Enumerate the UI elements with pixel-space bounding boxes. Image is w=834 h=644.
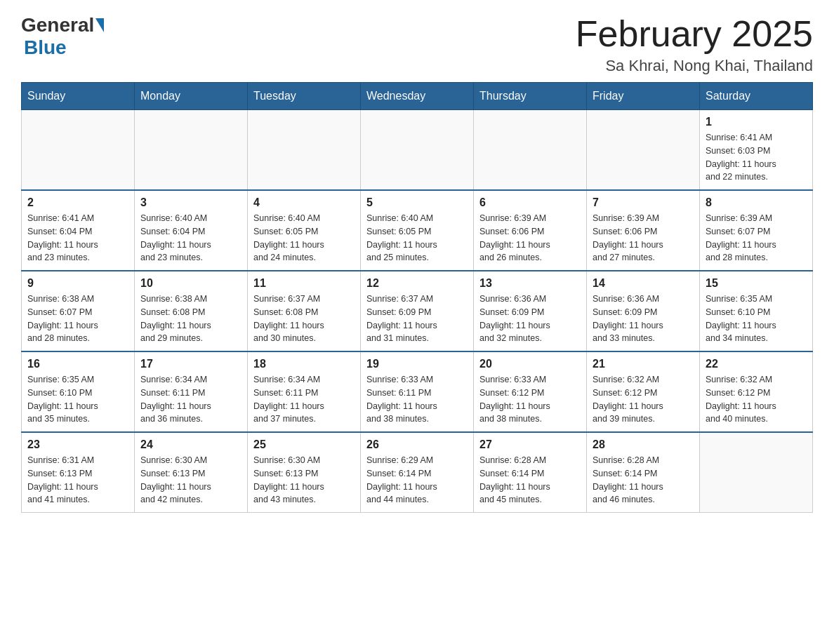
calendar-cell: 17Sunrise: 6:34 AM Sunset: 6:11 PM Dayli…	[135, 351, 248, 432]
calendar-cell	[361, 110, 474, 191]
day-number: 25	[253, 438, 355, 451]
calendar-cell: 24Sunrise: 6:30 AM Sunset: 6:13 PM Dayli…	[135, 432, 248, 513]
day-info: Sunrise: 6:39 AM Sunset: 6:06 PM Dayligh…	[593, 212, 694, 264]
day-info: Sunrise: 6:38 AM Sunset: 6:08 PM Dayligh…	[140, 293, 241, 345]
calendar-cell	[474, 110, 587, 191]
logo-arrow-icon	[95, 18, 104, 32]
day-number: 26	[366, 438, 468, 451]
weekday-header-saturday: Saturday	[700, 83, 813, 110]
calendar-cell: 21Sunrise: 6:32 AM Sunset: 6:12 PM Dayli…	[587, 351, 700, 432]
day-info: Sunrise: 6:40 AM Sunset: 6:05 PM Dayligh…	[366, 212, 468, 264]
day-number: 8	[706, 196, 807, 209]
calendar-cell	[248, 110, 361, 191]
day-number: 1	[706, 116, 807, 128]
day-info: Sunrise: 6:37 AM Sunset: 6:09 PM Dayligh…	[366, 293, 468, 345]
day-info: Sunrise: 6:28 AM Sunset: 6:14 PM Dayligh…	[593, 454, 694, 507]
calendar-title: February 2025	[576, 14, 813, 54]
calendar-cell: 16Sunrise: 6:35 AM Sunset: 6:10 PM Dayli…	[22, 351, 135, 432]
calendar-cell: 22Sunrise: 6:32 AM Sunset: 6:12 PM Dayli…	[700, 351, 813, 432]
day-number: 17	[140, 358, 241, 370]
calendar-table: SundayMondayTuesdayWednesdayThursdayFrid…	[21, 82, 813, 513]
day-number: 13	[479, 277, 581, 290]
day-info: Sunrise: 6:36 AM Sunset: 6:09 PM Dayligh…	[593, 293, 694, 345]
calendar-cell: 15Sunrise: 6:35 AM Sunset: 6:10 PM Dayli…	[700, 271, 813, 351]
day-info: Sunrise: 6:34 AM Sunset: 6:11 PM Dayligh…	[140, 373, 241, 426]
day-number: 15	[706, 277, 807, 290]
calendar-subtitle: Sa Khrai, Nong Khai, Thailand	[576, 57, 813, 75]
day-info: Sunrise: 6:32 AM Sunset: 6:12 PM Dayligh…	[706, 373, 807, 426]
day-info: Sunrise: 6:37 AM Sunset: 6:08 PM Dayligh…	[253, 293, 355, 345]
calendar-cell: 10Sunrise: 6:38 AM Sunset: 6:08 PM Dayli…	[135, 271, 248, 351]
calendar-cell: 19Sunrise: 6:33 AM Sunset: 6:11 PM Dayli…	[361, 351, 474, 432]
day-number: 12	[366, 277, 468, 290]
calendar-week-row: 23Sunrise: 6:31 AM Sunset: 6:13 PM Dayli…	[22, 432, 813, 513]
day-info: Sunrise: 6:38 AM Sunset: 6:07 PM Dayligh…	[27, 293, 128, 345]
calendar-cell: 7Sunrise: 6:39 AM Sunset: 6:06 PM Daylig…	[587, 190, 700, 271]
calendar-cell: 12Sunrise: 6:37 AM Sunset: 6:09 PM Dayli…	[361, 271, 474, 351]
day-number: 5	[366, 196, 468, 209]
day-info: Sunrise: 6:39 AM Sunset: 6:06 PM Dayligh…	[479, 212, 581, 264]
calendar-cell	[22, 110, 135, 191]
calendar-week-row: 9Sunrise: 6:38 AM Sunset: 6:07 PM Daylig…	[22, 271, 813, 351]
day-number: 19	[366, 358, 468, 370]
title-block: February 2025 Sa Khrai, Nong Khai, Thail…	[576, 14, 813, 75]
day-info: Sunrise: 6:39 AM Sunset: 6:07 PM Dayligh…	[706, 212, 807, 264]
calendar-cell: 8Sunrise: 6:39 AM Sunset: 6:07 PM Daylig…	[700, 190, 813, 271]
day-info: Sunrise: 6:34 AM Sunset: 6:11 PM Dayligh…	[253, 373, 355, 426]
calendar-cell: 13Sunrise: 6:36 AM Sunset: 6:09 PM Dayli…	[474, 271, 587, 351]
day-number: 27	[479, 438, 581, 451]
day-info: Sunrise: 6:41 AM Sunset: 6:04 PM Dayligh…	[27, 212, 128, 264]
day-info: Sunrise: 6:29 AM Sunset: 6:14 PM Dayligh…	[366, 454, 468, 507]
day-info: Sunrise: 6:35 AM Sunset: 6:10 PM Dayligh…	[27, 373, 128, 426]
day-info: Sunrise: 6:40 AM Sunset: 6:05 PM Dayligh…	[253, 212, 355, 264]
calendar-cell: 26Sunrise: 6:29 AM Sunset: 6:14 PM Dayli…	[361, 432, 474, 513]
logo-general-text: General	[21, 14, 94, 36]
day-info: Sunrise: 6:33 AM Sunset: 6:12 PM Dayligh…	[479, 373, 581, 426]
day-number: 14	[593, 277, 694, 290]
calendar-cell: 5Sunrise: 6:40 AM Sunset: 6:05 PM Daylig…	[361, 190, 474, 271]
calendar-cell: 18Sunrise: 6:34 AM Sunset: 6:11 PM Dayli…	[248, 351, 361, 432]
day-number: 9	[27, 277, 128, 290]
calendar-cell: 11Sunrise: 6:37 AM Sunset: 6:08 PM Dayli…	[248, 271, 361, 351]
weekday-header-friday: Friday	[587, 83, 700, 110]
weekday-header-thursday: Thursday	[474, 83, 587, 110]
calendar-cell: 6Sunrise: 6:39 AM Sunset: 6:06 PM Daylig…	[474, 190, 587, 271]
day-number: 7	[593, 196, 694, 209]
day-info: Sunrise: 6:30 AM Sunset: 6:13 PM Dayligh…	[253, 454, 355, 507]
calendar-cell: 20Sunrise: 6:33 AM Sunset: 6:12 PM Dayli…	[474, 351, 587, 432]
calendar-cell: 9Sunrise: 6:38 AM Sunset: 6:07 PM Daylig…	[22, 271, 135, 351]
day-number: 6	[479, 196, 581, 209]
day-info: Sunrise: 6:41 AM Sunset: 6:03 PM Dayligh…	[706, 131, 807, 184]
calendar-cell: 4Sunrise: 6:40 AM Sunset: 6:05 PM Daylig…	[248, 190, 361, 271]
day-info: Sunrise: 6:28 AM Sunset: 6:14 PM Dayligh…	[479, 454, 581, 507]
calendar-cell	[135, 110, 248, 191]
logo-blue-text: Blue	[24, 36, 67, 58]
day-number: 22	[706, 358, 807, 370]
page-header: General Blue February 2025 Sa Khrai, Non…	[21, 14, 813, 75]
day-number: 3	[140, 196, 241, 209]
calendar-cell: 1Sunrise: 6:41 AM Sunset: 6:03 PM Daylig…	[700, 110, 813, 191]
calendar-week-row: 2Sunrise: 6:41 AM Sunset: 6:04 PM Daylig…	[22, 190, 813, 271]
calendar-cell: 23Sunrise: 6:31 AM Sunset: 6:13 PM Dayli…	[22, 432, 135, 513]
day-number: 11	[253, 277, 355, 290]
day-number: 21	[593, 358, 694, 370]
weekday-header-monday: Monday	[135, 83, 248, 110]
weekday-header-sunday: Sunday	[22, 83, 135, 110]
day-info: Sunrise: 6:32 AM Sunset: 6:12 PM Dayligh…	[593, 373, 694, 426]
day-number: 10	[140, 277, 241, 290]
calendar-week-row: 1Sunrise: 6:41 AM Sunset: 6:03 PM Daylig…	[22, 110, 813, 191]
day-info: Sunrise: 6:35 AM Sunset: 6:10 PM Dayligh…	[706, 293, 807, 345]
day-number: 4	[253, 196, 355, 209]
day-number: 20	[479, 358, 581, 370]
day-info: Sunrise: 6:40 AM Sunset: 6:04 PM Dayligh…	[140, 212, 241, 264]
day-number: 23	[27, 438, 128, 451]
day-info: Sunrise: 6:30 AM Sunset: 6:13 PM Dayligh…	[140, 454, 241, 507]
calendar-cell: 27Sunrise: 6:28 AM Sunset: 6:14 PM Dayli…	[474, 432, 587, 513]
calendar-cell: 2Sunrise: 6:41 AM Sunset: 6:04 PM Daylig…	[22, 190, 135, 271]
calendar-week-row: 16Sunrise: 6:35 AM Sunset: 6:10 PM Dayli…	[22, 351, 813, 432]
calendar-cell: 25Sunrise: 6:30 AM Sunset: 6:13 PM Dayli…	[248, 432, 361, 513]
day-info: Sunrise: 6:36 AM Sunset: 6:09 PM Dayligh…	[479, 293, 581, 345]
day-number: 24	[140, 438, 241, 451]
day-number: 18	[253, 358, 355, 370]
calendar-cell	[587, 110, 700, 191]
